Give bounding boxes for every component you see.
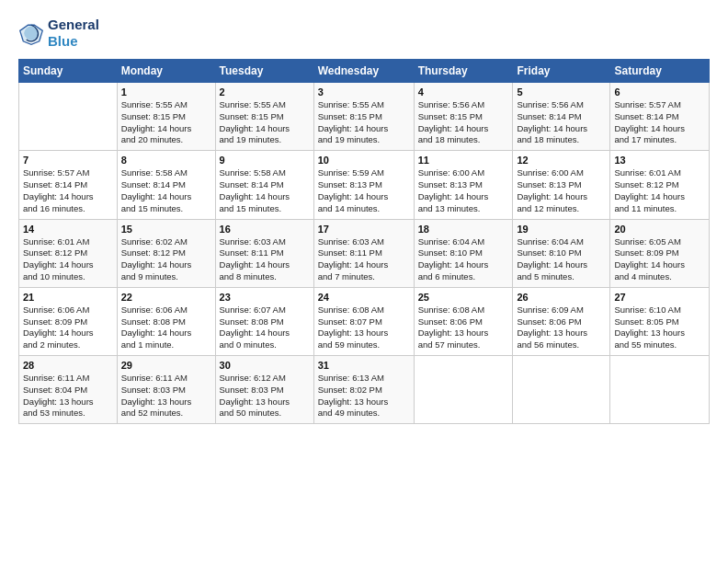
day-info: Sunrise: 6:01 AM Sunset: 8:12 PM Dayligh…: [23, 236, 113, 283]
day-info: Sunrise: 6:11 AM Sunset: 8:03 PM Dayligh…: [121, 373, 211, 419]
day-number: 14: [23, 224, 113, 235]
day-info: Sunrise: 6:04 AM Sunset: 8:10 PM Dayligh…: [517, 236, 606, 283]
weekday-header-tuesday: Tuesday: [215, 60, 313, 83]
day-cell: 15Sunrise: 6:02 AM Sunset: 8:12 PM Dayli…: [117, 219, 215, 287]
day-number: 2: [220, 86, 310, 98]
day-number: 27: [614, 292, 705, 303]
weekday-header-monday: Monday: [117, 60, 215, 83]
calendar-page: General Blue SundayMondayTuesdayWednesda…: [0, 0, 728, 563]
day-number: 29: [121, 360, 211, 371]
day-number: 25: [418, 292, 509, 303]
day-cell: 19Sunrise: 6:04 AM Sunset: 8:10 PM Dayli…: [513, 219, 610, 287]
day-info: Sunrise: 6:08 AM Sunset: 8:07 PM Dayligh…: [318, 304, 410, 351]
day-number: 19: [517, 224, 606, 235]
day-number: 11: [418, 155, 509, 166]
day-info: Sunrise: 6:00 AM Sunset: 8:13 PM Dayligh…: [418, 167, 509, 214]
week-row-4: 21Sunrise: 6:06 AM Sunset: 8:09 PM Dayli…: [19, 287, 710, 355]
header: General Blue: [18, 17, 710, 50]
day-cell: 29Sunrise: 6:11 AM Sunset: 8:03 PM Dayli…: [117, 356, 215, 424]
day-cell: 1Sunrise: 5:55 AM Sunset: 8:15 PM Daylig…: [117, 83, 215, 151]
day-number: 1: [121, 86, 211, 98]
day-number: 20: [614, 224, 705, 235]
day-number: 6: [614, 86, 705, 98]
day-info: Sunrise: 5:56 AM Sunset: 8:15 PM Dayligh…: [418, 99, 509, 146]
day-cell: 24Sunrise: 6:08 AM Sunset: 8:07 PM Dayli…: [313, 287, 414, 355]
day-cell: 30Sunrise: 6:12 AM Sunset: 8:03 PM Dayli…: [215, 356, 313, 424]
day-info: Sunrise: 5:59 AM Sunset: 8:13 PM Dayligh…: [318, 167, 410, 214]
day-cell: 27Sunrise: 6:10 AM Sunset: 8:05 PM Dayli…: [610, 287, 710, 355]
day-number: 31: [318, 360, 410, 371]
weekday-header-friday: Friday: [513, 60, 610, 83]
day-info: Sunrise: 6:02 AM Sunset: 8:12 PM Dayligh…: [121, 236, 211, 283]
day-info: Sunrise: 6:06 AM Sunset: 8:09 PM Dayligh…: [23, 304, 113, 351]
day-number: 7: [23, 155, 113, 166]
logo: General Blue: [18, 17, 99, 50]
day-cell: 9Sunrise: 5:58 AM Sunset: 8:14 PM Daylig…: [215, 151, 313, 219]
day-info: Sunrise: 6:09 AM Sunset: 8:06 PM Dayligh…: [517, 304, 606, 351]
day-info: Sunrise: 6:10 AM Sunset: 8:05 PM Dayligh…: [614, 304, 705, 351]
day-number: 18: [418, 224, 509, 235]
day-cell: [610, 356, 710, 424]
day-number: 21: [23, 292, 113, 303]
day-cell: 18Sunrise: 6:04 AM Sunset: 8:10 PM Dayli…: [414, 219, 513, 287]
day-number: 15: [121, 224, 211, 235]
day-cell: 31Sunrise: 6:13 AM Sunset: 8:02 PM Dayli…: [313, 356, 414, 424]
day-number: 24: [318, 292, 410, 303]
day-info: Sunrise: 6:00 AM Sunset: 8:13 PM Dayligh…: [517, 167, 606, 214]
day-number: 22: [121, 292, 211, 303]
day-number: 3: [318, 86, 410, 98]
day-info: Sunrise: 6:11 AM Sunset: 8:04 PM Dayligh…: [23, 373, 113, 419]
week-row-5: 28Sunrise: 6:11 AM Sunset: 8:04 PM Dayli…: [19, 356, 710, 424]
day-info: Sunrise: 6:12 AM Sunset: 8:03 PM Dayligh…: [220, 373, 310, 419]
day-cell: 4Sunrise: 5:56 AM Sunset: 8:15 PM Daylig…: [414, 83, 513, 151]
day-info: Sunrise: 6:13 AM Sunset: 8:02 PM Dayligh…: [318, 373, 410, 419]
day-info: Sunrise: 6:03 AM Sunset: 8:11 PM Dayligh…: [220, 236, 310, 283]
day-cell: 13Sunrise: 6:01 AM Sunset: 8:12 PM Dayli…: [610, 151, 710, 219]
day-number: 17: [318, 224, 410, 235]
weekday-header-thursday: Thursday: [414, 60, 513, 83]
day-info: Sunrise: 6:01 AM Sunset: 8:12 PM Dayligh…: [614, 167, 705, 214]
weekday-header-saturday: Saturday: [610, 60, 710, 83]
week-row-1: 1Sunrise: 5:55 AM Sunset: 8:15 PM Daylig…: [19, 83, 710, 151]
logo-icon: [18, 20, 44, 46]
day-cell: 8Sunrise: 5:58 AM Sunset: 8:14 PM Daylig…: [117, 151, 215, 219]
day-number: 23: [220, 292, 310, 303]
day-cell: 2Sunrise: 5:55 AM Sunset: 8:15 PM Daylig…: [215, 83, 313, 151]
weekday-header-wednesday: Wednesday: [313, 60, 414, 83]
day-info: Sunrise: 6:05 AM Sunset: 8:09 PM Dayligh…: [614, 236, 705, 283]
day-info: Sunrise: 5:58 AM Sunset: 8:14 PM Dayligh…: [220, 167, 310, 214]
day-number: 4: [418, 86, 509, 98]
day-number: 5: [517, 86, 606, 98]
day-number: 26: [517, 292, 606, 303]
day-info: Sunrise: 5:58 AM Sunset: 8:14 PM Dayligh…: [121, 167, 211, 214]
day-cell: 16Sunrise: 6:03 AM Sunset: 8:11 PM Dayli…: [215, 219, 313, 287]
day-cell: 22Sunrise: 6:06 AM Sunset: 8:08 PM Dayli…: [117, 287, 215, 355]
day-cell: 10Sunrise: 5:59 AM Sunset: 8:13 PM Dayli…: [313, 151, 414, 219]
day-number: 16: [220, 224, 310, 235]
day-cell: 12Sunrise: 6:00 AM Sunset: 8:13 PM Dayli…: [513, 151, 610, 219]
week-row-3: 14Sunrise: 6:01 AM Sunset: 8:12 PM Dayli…: [19, 219, 710, 287]
day-cell: 7Sunrise: 5:57 AM Sunset: 8:14 PM Daylig…: [19, 151, 118, 219]
day-cell: 20Sunrise: 6:05 AM Sunset: 8:09 PM Dayli…: [610, 219, 710, 287]
day-cell: 17Sunrise: 6:03 AM Sunset: 8:11 PM Dayli…: [313, 219, 414, 287]
day-cell: 26Sunrise: 6:09 AM Sunset: 8:06 PM Dayli…: [513, 287, 610, 355]
day-number: 28: [23, 360, 113, 371]
day-cell: 28Sunrise: 6:11 AM Sunset: 8:04 PM Dayli…: [19, 356, 118, 424]
day-number: 13: [614, 155, 705, 166]
day-info: Sunrise: 6:04 AM Sunset: 8:10 PM Dayligh…: [418, 236, 509, 283]
day-info: Sunrise: 6:06 AM Sunset: 8:08 PM Dayligh…: [121, 304, 211, 351]
day-cell: 21Sunrise: 6:06 AM Sunset: 8:09 PM Dayli…: [19, 287, 118, 355]
day-info: Sunrise: 5:55 AM Sunset: 8:15 PM Dayligh…: [318, 99, 410, 146]
day-number: 9: [220, 155, 310, 166]
day-info: Sunrise: 5:56 AM Sunset: 8:14 PM Dayligh…: [517, 99, 606, 146]
day-cell: [513, 356, 610, 424]
day-cell: 3Sunrise: 5:55 AM Sunset: 8:15 PM Daylig…: [313, 83, 414, 151]
day-info: Sunrise: 5:57 AM Sunset: 8:14 PM Dayligh…: [614, 99, 705, 146]
day-number: 30: [220, 360, 310, 371]
day-number: 10: [318, 155, 410, 166]
day-info: Sunrise: 5:55 AM Sunset: 8:15 PM Dayligh…: [121, 99, 211, 146]
day-cell: 5Sunrise: 5:56 AM Sunset: 8:14 PM Daylig…: [513, 83, 610, 151]
weekday-header-sunday: Sunday: [19, 60, 118, 83]
weekday-header-row: SundayMondayTuesdayWednesdayThursdayFrid…: [19, 60, 710, 83]
day-info: Sunrise: 6:08 AM Sunset: 8:06 PM Dayligh…: [418, 304, 509, 351]
